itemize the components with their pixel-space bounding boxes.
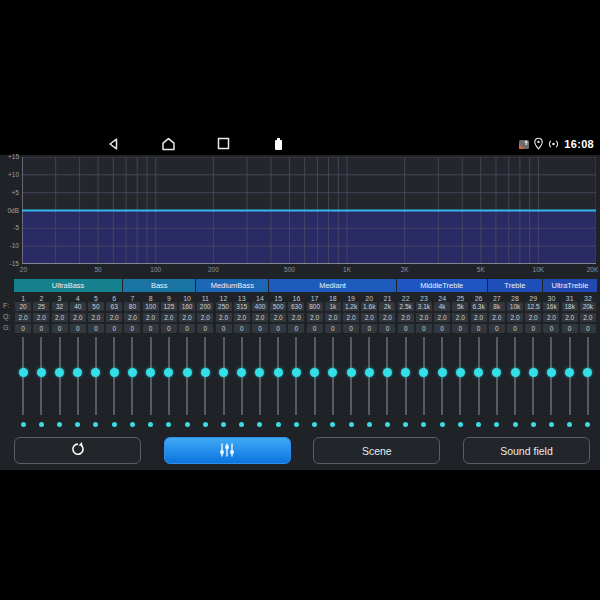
slider-knob[interactable]	[110, 368, 119, 377]
equalizer-button[interactable]	[164, 437, 291, 464]
band-frequency-value: 2k	[379, 302, 395, 311]
slider-knob[interactable]	[237, 368, 246, 377]
slider-knob[interactable]	[456, 368, 465, 377]
slider-knob[interactable]	[91, 368, 100, 377]
slider-knob[interactable]	[274, 368, 283, 377]
band-slider[interactable]	[378, 337, 396, 415]
band-frequency-value: 5k	[452, 302, 468, 311]
recents-icon[interactable]	[214, 135, 232, 152]
band-gain-value: 0	[325, 324, 341, 333]
slider-knob[interactable]	[401, 368, 410, 377]
slider-knob[interactable]	[547, 368, 556, 377]
band-slider[interactable]	[342, 337, 360, 415]
slider-knob[interactable]	[183, 368, 192, 377]
slider-knob[interactable]	[164, 368, 173, 377]
slider-knob[interactable]	[73, 368, 82, 377]
band-q-cell: 2.0	[142, 312, 160, 322]
slider-knob[interactable]	[292, 368, 301, 377]
frequency-tick-label: 5K	[477, 266, 485, 273]
slider-knob[interactable]	[37, 368, 46, 377]
slider-knob[interactable]	[419, 368, 428, 377]
sound-field-button[interactable]: Sound field	[463, 437, 590, 464]
slider-knob[interactable]	[201, 368, 210, 377]
band-slider[interactable]	[142, 337, 160, 415]
back-icon[interactable]	[104, 135, 122, 152]
slider-knob[interactable]	[19, 368, 28, 377]
slider-knob[interactable]	[383, 368, 392, 377]
band-frequency-cell: 315	[233, 301, 251, 311]
band-slider[interactable]	[561, 337, 579, 415]
frequency-tick-label: 50	[95, 266, 102, 273]
band-frequency-value: 80	[124, 302, 140, 311]
band-slider[interactable]	[105, 337, 123, 415]
band-slider[interactable]	[488, 337, 506, 415]
band-frequency-value: 20k	[580, 302, 596, 311]
band-slider[interactable]	[579, 337, 597, 415]
slider-knob[interactable]	[438, 368, 447, 377]
reset-button[interactable]	[14, 437, 141, 464]
band-slider[interactable]	[269, 337, 287, 415]
slider-knob[interactable]	[219, 368, 228, 377]
band-slider[interactable]	[69, 337, 87, 415]
band-slider[interactable]	[397, 337, 415, 415]
band-slider[interactable]	[251, 337, 269, 415]
band-slider[interactable]	[287, 337, 305, 415]
band-slider[interactable]	[178, 337, 196, 415]
slider-knob[interactable]	[328, 368, 337, 377]
band-slider[interactable]	[123, 337, 141, 415]
slider-knob[interactable]	[511, 368, 520, 377]
band-dot	[112, 422, 117, 427]
band-slider[interactable]	[87, 337, 105, 415]
band-q-value: 2.0	[325, 313, 341, 322]
slider-knob[interactable]	[529, 368, 538, 377]
band-q-cell: 2.0	[306, 312, 324, 322]
slider-knob[interactable]	[128, 368, 137, 377]
band-gain-value: 0	[216, 324, 232, 333]
band-slider[interactable]	[160, 337, 178, 415]
band-q-value: 2.0	[197, 313, 213, 322]
scene-button[interactable]: Scene	[313, 437, 440, 464]
band-slider[interactable]	[14, 337, 32, 415]
band-slider[interactable]	[214, 337, 232, 415]
band-slider[interactable]	[360, 337, 378, 415]
slider-knob[interactable]	[474, 368, 483, 377]
band-slider[interactable]	[196, 337, 214, 415]
band-slider[interactable]	[50, 337, 68, 415]
band-gain-value: 0	[343, 324, 359, 333]
band-gain-cell: 0	[324, 323, 342, 333]
band-slider[interactable]	[451, 337, 469, 415]
slider-knob[interactable]	[565, 368, 574, 377]
band-slider[interactable]	[32, 337, 50, 415]
band-frequency-value: 500	[270, 302, 286, 311]
band-slider[interactable]	[306, 337, 324, 415]
slider-knob[interactable]	[492, 368, 501, 377]
band-q-value: 2.0	[379, 313, 395, 322]
band-slider[interactable]	[542, 337, 560, 415]
band-dot-cell	[360, 420, 378, 429]
band-dot-row	[14, 420, 597, 429]
slider-knob[interactable]	[347, 368, 356, 377]
slider-knob[interactable]	[255, 368, 264, 377]
home-icon[interactable]	[159, 135, 177, 152]
band-slider[interactable]	[415, 337, 433, 415]
band-slider[interactable]	[324, 337, 342, 415]
band-dot-cell	[269, 420, 287, 429]
band-frequency-value: 63	[106, 302, 122, 311]
band-dot	[203, 422, 208, 427]
band-slider[interactable]	[433, 337, 451, 415]
band-frequency-value: 10k	[507, 302, 523, 311]
slider-knob[interactable]	[310, 368, 319, 377]
slider-knob[interactable]	[583, 368, 592, 377]
slider-knob[interactable]	[365, 368, 374, 377]
band-dot	[57, 422, 62, 427]
band-slider[interactable]	[233, 337, 251, 415]
band-frequency-cell: 125	[160, 301, 178, 311]
slider-knob[interactable]	[146, 368, 155, 377]
slider-knob[interactable]	[55, 368, 64, 377]
band-slider[interactable]	[524, 337, 542, 415]
band-slider[interactable]	[506, 337, 524, 415]
band-slider[interactable]	[469, 337, 487, 415]
sound-field-button-label: Sound field	[500, 445, 553, 457]
band-gain-value: 0	[33, 324, 49, 333]
band-frequency-cell: 800	[306, 301, 324, 311]
